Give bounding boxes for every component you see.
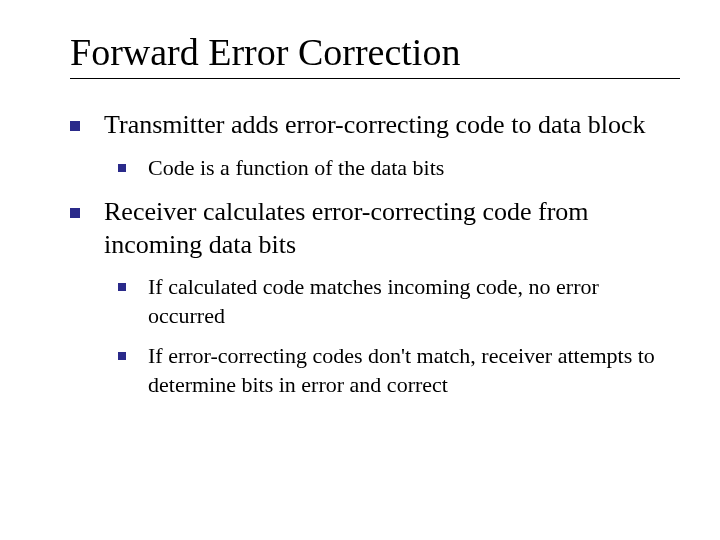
sub-bullet-list: If calculated code matches incoming code…: [118, 273, 680, 399]
list-item: If error-correcting codes don't match, r…: [118, 342, 680, 399]
title-underline: [70, 78, 680, 79]
square-bullet-icon: [118, 352, 126, 360]
list-item: Code is a function of the data bits: [118, 154, 680, 183]
square-bullet-icon: [118, 164, 126, 172]
list-item: Transmitter adds error-correcting code t…: [70, 109, 680, 182]
slide-title: Forward Error Correction: [70, 30, 680, 74]
list-item-text: Transmitter adds error-correcting code t…: [104, 110, 645, 139]
bullet-list: Transmitter adds error-correcting code t…: [70, 109, 680, 399]
list-item: If calculated code matches incoming code…: [118, 273, 680, 330]
list-item-text: Receiver calculates error-correcting cod…: [104, 197, 589, 259]
square-bullet-icon: [70, 121, 80, 131]
list-item-text: Code is a function of the data bits: [148, 155, 444, 180]
list-item-text: If calculated code matches incoming code…: [148, 274, 599, 328]
sub-bullet-list: Code is a function of the data bits: [118, 154, 680, 183]
square-bullet-icon: [70, 208, 80, 218]
list-item-text: If error-correcting codes don't match, r…: [148, 343, 655, 397]
square-bullet-icon: [118, 283, 126, 291]
slide: Forward Error Correction Transmitter add…: [0, 0, 720, 540]
list-item: Receiver calculates error-correcting cod…: [70, 196, 680, 399]
